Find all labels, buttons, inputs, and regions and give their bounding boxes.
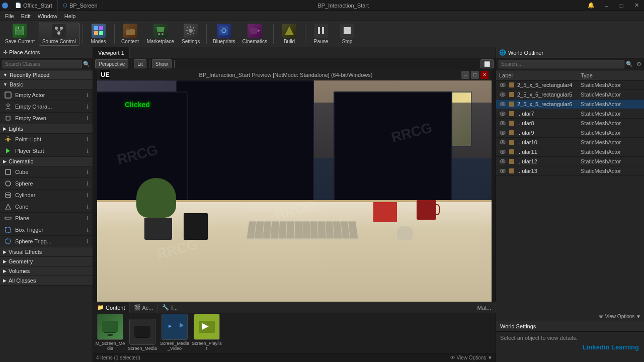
cb-tab-t[interactable]: 🔧 T...: [158, 302, 183, 313]
restore-button[interactable]: □: [614, 0, 629, 11]
actor-item-point-light[interactable]: Point Light ℹ: [0, 134, 93, 145]
cb-item-screen-media-video[interactable]: ▶ Screen_Media_Video: [159, 314, 190, 351]
visibility-icon-2[interactable]: [499, 101, 506, 108]
actor-item-empty-actor[interactable]: Empty Actor ℹ: [0, 89, 93, 101]
outliner-item-7[interactable]: ...ular11 StaticMeshActor: [496, 147, 644, 157]
mesh-icon-7: [508, 148, 515, 155]
outliner-item-6[interactable]: ...ular10 StaticMeshActor: [496, 138, 644, 147]
linkedin-learning-logo: Linkedin Learning: [583, 343, 639, 351]
outliner-search-input[interactable]: [499, 60, 624, 68]
pause-button[interactable]: Pause: [308, 23, 334, 46]
build-button[interactable]: Build: [277, 23, 302, 46]
basic-category[interactable]: ▼ Basic: [0, 80, 93, 89]
geometry-category[interactable]: ▶ Geometry: [0, 257, 93, 266]
actor-item-plane[interactable]: Plane ℹ: [0, 213, 93, 224]
visibility-icon-6[interactable]: [499, 139, 506, 146]
visual-effects-category[interactable]: ▶ Visual Effects: [0, 247, 93, 257]
actor-item-cube[interactable]: Cube ℹ: [0, 166, 93, 178]
outliner-item-2[interactable]: 2_5_x_5_rectangular6 StaticMeshActor: [496, 100, 644, 109]
content-button[interactable]: Content: [118, 23, 143, 46]
outliner-label-4: ...ular8: [517, 120, 579, 126]
preview-content[interactable]: RRCG RRCG RRCG RRCG Clicked: [97, 80, 492, 302]
modes-button[interactable]: Modes: [86, 23, 111, 46]
outliner-item-1[interactable]: 2_5_x_5_rectangular5 StaticMeshActor: [496, 90, 644, 100]
marketplace-button[interactable]: Marketplace: [144, 23, 177, 46]
svg-rect-13: [99, 31, 103, 35]
visibility-icon-3[interactable]: [499, 110, 506, 117]
tab-bp-screen[interactable]: ⬡ BP_Screen: [58, 0, 103, 11]
cinematic-arrow: ▶: [3, 159, 7, 164]
stop-button[interactable]: Stop: [335, 23, 360, 46]
recently-placed-category[interactable]: ▼ Recently Placed: [0, 70, 93, 80]
actor-item-cone[interactable]: Cone ℹ: [0, 201, 93, 213]
preview-close-btn[interactable]: ✕: [480, 71, 489, 79]
all-classes-category[interactable]: ▶ All Classes: [0, 276, 93, 286]
modes-label: Modes: [91, 39, 106, 44]
actor-item-empty-pawn[interactable]: Empty Pawn ℹ: [0, 113, 93, 124]
cb-view-options-btn[interactable]: 👁 View Options ▼: [450, 355, 493, 360]
outliner-item-3[interactable]: ...ular7 StaticMeshActor: [496, 109, 644, 119]
cb-tab-content[interactable]: 📁 Content: [93, 302, 130, 313]
blueprints-button[interactable]: Blueprints: [210, 23, 238, 46]
outliner-view-options-btn[interactable]: 👁 View Options ▼: [599, 314, 641, 319]
cinematic-category[interactable]: ▶ Cinematic: [0, 157, 93, 166]
svg-rect-29: [5, 92, 11, 98]
source-control-button[interactable]: Source Control: [39, 23, 79, 46]
preview-restore-btn[interactable]: □: [471, 71, 479, 79]
cb-item-screen-media[interactable]: Screen_Media: [127, 319, 157, 351]
save-current-button[interactable]: Save Current: [2, 23, 38, 46]
outliner-item-5[interactable]: ...ular9 StaticMeshActor: [496, 128, 644, 138]
world-settings-section: World Settings: [496, 321, 644, 332]
show-btn[interactable]: Show: [152, 59, 172, 68]
outliner-type-1: StaticMeshActor: [581, 92, 641, 98]
viewport-1-tab[interactable]: Viewport 1: [93, 47, 130, 58]
menu-window[interactable]: Window: [35, 13, 60, 20]
notification-icon[interactable]: 🔔: [584, 0, 599, 11]
menu-help[interactable]: Help: [61, 13, 79, 20]
search-input[interactable]: [3, 60, 82, 68]
actor-item-sphere[interactable]: Sphere ℹ: [0, 178, 93, 190]
close-button[interactable]: ✕: [629, 0, 644, 11]
mesh-icon-6: [508, 139, 515, 146]
actor-item-player-start[interactable]: Player Start ℹ: [0, 145, 93, 157]
tab-office-start[interactable]: 📄 Office_Start: [10, 0, 58, 11]
menu-file[interactable]: File: [2, 13, 17, 20]
outliner-item-8[interactable]: ...ular12 StaticMeshActor: [496, 157, 644, 166]
svg-rect-75: [509, 130, 514, 135]
cb-item-m-screen-media[interactable]: M_Screen_Media: [95, 314, 125, 351]
preview-minimize-btn[interactable]: –: [461, 71, 469, 79]
cb-item-screen-playlist[interactable]: ▶ Screen_Playlist: [192, 314, 222, 351]
outliner-item-0[interactable]: 2_5_x_5_rectangular4 StaticMeshActor: [496, 80, 644, 90]
recently-placed-arrow: ▼: [3, 72, 8, 77]
main-area: ✛ Place Actors 🔍 ▼ Recently Placed ▼ Bas…: [0, 47, 644, 362]
menu-edit[interactable]: Edit: [18, 13, 34, 20]
sphere-trigger-name: Sphere Trigg...: [15, 238, 84, 244]
volumes-category[interactable]: ▶ Volumes: [0, 266, 93, 276]
visibility-icon-1[interactable]: [499, 91, 506, 98]
perspective-btn[interactable]: Perspective: [95, 59, 128, 68]
actor-item-cylinder[interactable]: Cylinder ℹ: [0, 190, 93, 201]
actor-item-box-trigger[interactable]: Box Trigger ℹ: [0, 224, 93, 236]
maximize-btn[interactable]: ⬜: [480, 59, 494, 68]
visibility-icon-4[interactable]: [499, 120, 506, 127]
content-browser: 📁 Content 🎬 Ac... 🔧 T... Mat...: [93, 302, 496, 362]
visibility-icon-5[interactable]: [499, 129, 506, 136]
viewport[interactable]: Perspective Lit Show ⬜ UE BP_Interaction…: [93, 58, 496, 302]
place-actors-label: Place Actors: [9, 49, 40, 55]
cylinder-name: Cylinder: [15, 192, 84, 198]
outliner-item-4[interactable]: ...ular8 StaticMeshActor: [496, 119, 644, 128]
minimize-button[interactable]: –: [599, 0, 614, 11]
lights-category[interactable]: ▶ Lights: [0, 124, 93, 134]
cb-tab-ac[interactable]: 🎬 Ac...: [130, 302, 158, 313]
visibility-icon-8[interactable]: [499, 158, 506, 165]
actor-item-empty-chara[interactable]: Empty Chara... ℹ: [0, 101, 93, 113]
actor-item-sphere-trigger[interactable]: Sphere Trigg... ℹ: [0, 236, 93, 247]
visibility-icon-7[interactable]: [499, 148, 506, 155]
cinematics-button[interactable]: Cinematics: [239, 23, 270, 46]
outliner-settings-icon[interactable]: ⚙: [636, 61, 641, 67]
visibility-icon-9[interactable]: [499, 167, 506, 174]
outliner-item-9[interactable]: ...ular13 StaticMeshActor: [496, 166, 644, 176]
visibility-icon-0[interactable]: [499, 81, 506, 88]
settings-button[interactable]: Settings: [178, 23, 203, 46]
lit-btn[interactable]: Lit: [134, 59, 146, 68]
